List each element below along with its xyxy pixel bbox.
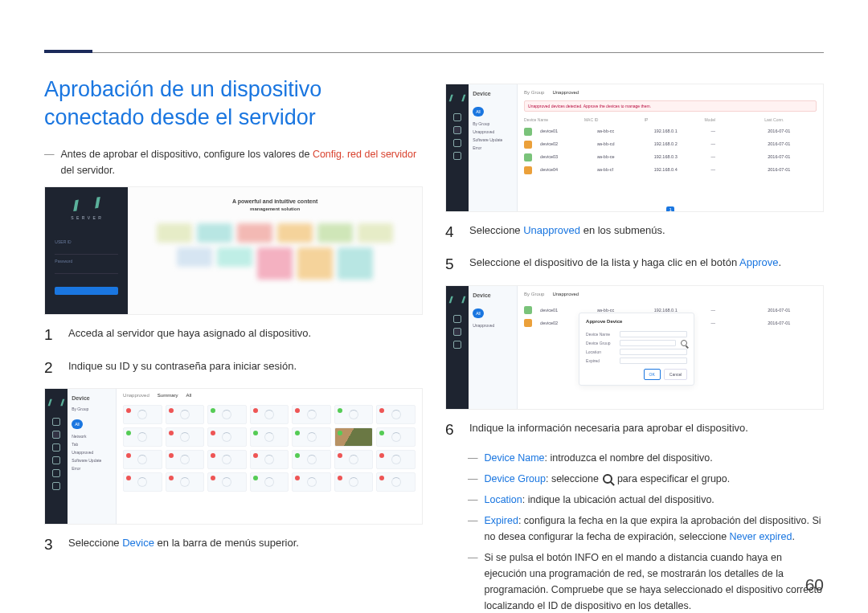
device-tile[interactable] <box>250 450 289 469</box>
device-tile[interactable] <box>166 427 205 447</box>
device-tile[interactable] <box>292 405 331 424</box>
location-input[interactable] <box>620 349 687 355</box>
rail-icon[interactable] <box>453 126 461 134</box>
step-text: Indique su ID y su contraseña para inici… <box>68 356 297 380</box>
ss1-signin-button[interactable] <box>55 287 117 295</box>
ss2-all-pill[interactable]: All <box>72 419 83 429</box>
device-tile[interactable] <box>334 450 374 469</box>
device-tile[interactable] <box>123 450 162 469</box>
intro-note: ― Antes de aprobar el dispositivo, confi… <box>44 146 423 178</box>
rail-icon[interactable] <box>453 113 461 121</box>
rail-icon[interactable] <box>453 341 461 349</box>
field-label: Expired <box>586 358 615 364</box>
ss2-group-item[interactable]: Unapproved <box>72 449 112 456</box>
ss3-tabs: By Group Unapproved <box>524 89 817 97</box>
rail-icon[interactable] <box>52 482 60 490</box>
ss3-panel-item[interactable]: Software Update <box>473 137 513 143</box>
field-label: Location <box>586 349 615 355</box>
table-row[interactable]: device03aa-bb-ce192.168.0.3—2016-07-01 <box>524 153 817 161</box>
sub-note-text: Location: indique la ubicación actual de… <box>485 492 714 508</box>
screenshot-unapproved-list: Device All By Group Unapproved Software … <box>445 84 824 212</box>
ss3-tab-unapproved[interactable]: Unapproved <box>552 89 579 97</box>
note-dash-icon: ― <box>468 471 478 487</box>
modal-button-row: OK Cancel <box>586 369 687 380</box>
device-group-input[interactable] <box>620 340 676 346</box>
ss2-group-item[interactable]: Software Update <box>72 457 112 464</box>
device-name-input[interactable] <box>620 331 687 337</box>
ss4-main: By Group Unapproved device01aa-bb-cc192.… <box>518 286 823 409</box>
device-tile[interactable] <box>166 450 205 469</box>
table-row[interactable]: device04aa-bb-cf192.168.0.4—2016-07-01 <box>524 166 817 174</box>
device-tile[interactable] <box>207 405 247 424</box>
modal-cancel-button[interactable]: Cancel <box>664 369 688 380</box>
ss4-tab-unapproved[interactable]: Unapproved <box>552 291 579 299</box>
ss1-password-input[interactable] <box>55 269 117 274</box>
device-tile[interactable] <box>166 472 205 492</box>
ss2-tab[interactable]: Summary <box>158 392 178 400</box>
rail-icon[interactable] <box>453 152 461 160</box>
device-tile[interactable] <box>123 472 162 492</box>
sub-note-device-group: ― Device Group: seleccione para especifi… <box>468 471 824 487</box>
rail-icon[interactable] <box>52 418 60 426</box>
device-tile[interactable] <box>334 472 374 492</box>
device-tile[interactable] <box>123 405 162 424</box>
page-number: 60 <box>805 571 824 599</box>
page-1-button[interactable]: 1 <box>666 206 674 212</box>
ss2-tab[interactable]: All <box>186 392 191 400</box>
ss1-sidebar: S E R V E R USER ID Password <box>45 187 128 314</box>
ss3-panel-item[interactable]: By Group <box>473 121 513 127</box>
col-head: Model <box>704 116 756 123</box>
search-icon[interactable] <box>681 340 687 346</box>
ss3-all-pill[interactable]: All <box>473 107 484 116</box>
ss3-tab[interactable]: By Group <box>524 89 544 97</box>
ss2-group-item[interactable]: Error <box>72 465 112 472</box>
device-tile[interactable] <box>166 405 205 424</box>
ss2-group-item[interactable]: Network <box>72 433 112 439</box>
logo-icon <box>449 296 466 303</box>
ss2-group-item[interactable]: Tab <box>72 441 112 447</box>
intro-note-highlight: Config. red del servidor <box>313 149 416 160</box>
device-tile[interactable] <box>207 450 247 469</box>
step-number: 1 <box>44 323 57 347</box>
device-tile[interactable] <box>250 405 289 424</box>
device-tile[interactable] <box>207 472 247 492</box>
device-tile[interactable] <box>334 427 374 447</box>
device-tile[interactable] <box>376 427 416 447</box>
rail-icon[interactable] <box>453 139 461 147</box>
device-tile[interactable] <box>376 405 416 424</box>
device-tile[interactable] <box>376 472 416 492</box>
device-tile[interactable] <box>334 405 374 424</box>
device-tile[interactable] <box>292 472 331 492</box>
sub-note-text: Expired: configura la fecha en la que ex… <box>485 513 825 545</box>
rail-icon[interactable] <box>52 431 60 439</box>
expired-input[interactable] <box>620 358 687 364</box>
ss2-tab[interactable]: Unapproved <box>123 392 149 400</box>
device-group-desc-pre: : seleccione <box>546 473 601 484</box>
ss4-all-pill[interactable]: All <box>473 309 484 318</box>
device-tile[interactable] <box>250 472 289 492</box>
device-tile[interactable] <box>292 427 331 447</box>
device-tile[interactable] <box>250 427 289 447</box>
ss3-panel-item[interactable]: Error <box>473 145 513 151</box>
rail-icon[interactable] <box>453 328 461 336</box>
step-text: Indique la información necesaria para ap… <box>469 418 748 442</box>
device-tile[interactable] <box>376 450 416 469</box>
step-text: Acceda al servidor que haya asignado al … <box>68 323 311 347</box>
rail-icon[interactable] <box>52 456 60 464</box>
expired-label: Expired <box>485 515 518 526</box>
ss2-by-group[interactable]: By Group <box>72 406 112 412</box>
device-tile[interactable] <box>292 450 331 469</box>
ss3-panel-item[interactable]: Unapproved <box>473 129 513 135</box>
device-tile[interactable] <box>123 427 162 447</box>
ss4-panel-item[interactable]: Unapproved <box>473 322 513 329</box>
rail-icon[interactable] <box>453 315 461 323</box>
ss1-userid-input[interactable] <box>55 250 117 255</box>
rail-icon[interactable] <box>52 443 60 452</box>
modal-ok-button[interactable]: OK <box>644 369 661 380</box>
ss4-tab[interactable]: By Group <box>524 291 544 299</box>
device-tile[interactable] <box>207 427 247 447</box>
ss1-card <box>157 223 192 243</box>
table-row[interactable]: device02aa-bb-cd192.168.0.2—2016-07-01 <box>524 141 817 149</box>
rail-icon[interactable] <box>52 469 60 477</box>
table-row[interactable]: device01aa-bb-cc192.168.0.1—2016-07-01 <box>524 128 817 136</box>
